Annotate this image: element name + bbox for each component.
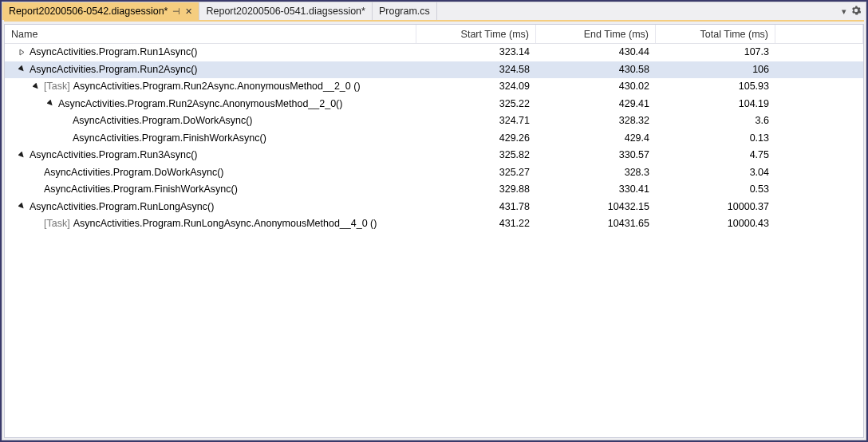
cell-end: 429.41 xyxy=(536,96,656,112)
cell-name: AsyncActivities.Program.FinishWorkAsync(… xyxy=(5,130,416,147)
cell-end: 330.41 xyxy=(536,181,656,198)
cell-start: 324.71 xyxy=(416,112,536,129)
cell-start: 325.27 xyxy=(416,164,536,181)
cell-name: [Task]AsyncActivities.Program.Run2Async.… xyxy=(5,78,416,95)
cell-end: 430.58 xyxy=(536,61,656,78)
cell-total: 105.93 xyxy=(656,78,775,95)
gear-icon[interactable] xyxy=(851,6,861,17)
grid-body: AsyncActivities.Program.Run1Async()323.1… xyxy=(5,44,863,437)
column-header-end[interactable]: End Time (ms) xyxy=(536,25,656,43)
cell-spacer xyxy=(775,215,863,232)
table-row[interactable]: AsyncActivities.Program.FinishWorkAsync(… xyxy=(5,130,863,148)
table-row[interactable]: AsyncActivities.Program.DoWorkAsync()325… xyxy=(5,164,863,182)
grid-header: Name Start Time (ms) End Time (ms) Total… xyxy=(5,25,863,44)
cell-name: AsyncActivities.Program.Run2Async() xyxy=(5,61,416,78)
cell-end: 430.44 xyxy=(536,44,656,61)
cell-spacer xyxy=(775,147,863,164)
expand-icon[interactable] xyxy=(18,48,26,57)
cell-start: 429.26 xyxy=(416,130,536,147)
row-name-text: AsyncActivities.Program.RunLongAsync.Ano… xyxy=(73,218,377,229)
cell-total: 0.13 xyxy=(656,130,775,147)
active-tab-underline xyxy=(4,20,864,22)
cell-name: AsyncActivities.Program.DoWorkAsync() xyxy=(5,112,416,129)
cell-total: 4.75 xyxy=(656,147,775,164)
table-row[interactable]: AsyncActivities.Program.DoWorkAsync()324… xyxy=(5,112,863,130)
cell-total: 3.04 xyxy=(656,164,775,181)
cell-name: AsyncActivities.Program.Run3Async() xyxy=(5,147,416,164)
collapse-icon[interactable] xyxy=(18,151,26,160)
tab-strip-actions: ▾ xyxy=(837,2,866,20)
row-name-text: AsyncActivities.Program.Run2Async.Anonym… xyxy=(58,98,342,109)
table-row[interactable]: AsyncActivities.Program.FinishWorkAsync(… xyxy=(5,181,863,199)
document-tab-strip: Report20200506-0542.diagsession*⊣✕Report… xyxy=(2,2,866,20)
cell-start: 431.22 xyxy=(416,215,536,232)
expander-placeholder xyxy=(32,185,41,194)
row-name-text: AsyncActivities.Program.FinishWorkAsync(… xyxy=(73,132,266,144)
row-name-text: AsyncActivities.Program.Run3Async() xyxy=(30,149,197,160)
cell-end: 328.3 xyxy=(536,164,656,181)
document-tab[interactable]: Report20200506-0542.diagsession*⊣✕ xyxy=(2,2,199,20)
cell-end: 328.32 xyxy=(536,112,656,129)
expander-placeholder xyxy=(32,168,41,176)
cell-total: 104.19 xyxy=(656,96,775,112)
task-badge: [Task] xyxy=(44,218,70,229)
task-badge: [Task] xyxy=(44,81,70,92)
tab-scroll-dropdown-icon[interactable]: ▾ xyxy=(842,6,846,17)
row-name-text: AsyncActivities.Program.Run2Async.Anonym… xyxy=(73,81,361,92)
row-name-text: AsyncActivities.Program.FinishWorkAsync(… xyxy=(44,184,238,195)
row-name-text: AsyncActivities.Program.DoWorkAsync() xyxy=(44,167,224,178)
table-row[interactable]: [Task]AsyncActivities.Program.RunLongAsy… xyxy=(5,215,863,233)
table-row[interactable]: AsyncActivities.Program.RunLongAsync()43… xyxy=(5,199,863,216)
cell-spacer xyxy=(775,164,863,181)
results-grid: Name Start Time (ms) End Time (ms) Total… xyxy=(4,24,864,438)
table-row[interactable]: AsyncActivities.Program.Run2Async.Anonym… xyxy=(5,96,863,113)
cell-total: 107.3 xyxy=(656,44,775,61)
cell-spacer xyxy=(775,44,863,61)
cell-name: AsyncActivities.Program.RunLongAsync() xyxy=(5,199,416,215)
cell-name: AsyncActivities.Program.FinishWorkAsync(… xyxy=(5,181,416,198)
document-tab[interactable]: Program.cs xyxy=(373,2,437,20)
column-header-total[interactable]: Total Time (ms) xyxy=(656,25,775,43)
table-row[interactable]: [Task]AsyncActivities.Program.Run2Async.… xyxy=(5,78,863,96)
cell-end: 10431.65 xyxy=(536,215,656,232)
cell-start: 324.09 xyxy=(416,78,536,95)
profiler-window: Report20200506-0542.diagsession*⊣✕Report… xyxy=(2,2,866,440)
tab-label: Program.cs xyxy=(379,6,430,17)
collapse-icon[interactable] xyxy=(32,82,41,91)
cell-total: 3.6 xyxy=(656,112,775,129)
close-icon[interactable]: ✕ xyxy=(185,6,192,17)
column-header-name[interactable]: Name xyxy=(5,25,416,43)
row-name-text: AsyncActivities.Program.RunLongAsync() xyxy=(30,201,214,212)
column-header-spacer xyxy=(775,25,863,43)
cell-name: AsyncActivities.Program.Run1Async() xyxy=(5,44,416,61)
cell-end: 430.02 xyxy=(536,78,656,95)
cell-spacer xyxy=(775,61,863,78)
tab-label: Report20200506-0541.diagsession* xyxy=(206,6,365,17)
cell-spacer xyxy=(775,181,863,198)
collapse-icon[interactable] xyxy=(46,99,55,108)
row-name-text: AsyncActivities.Program.DoWorkAsync() xyxy=(73,115,253,126)
cell-spacer xyxy=(775,130,863,147)
cell-name: AsyncActivities.Program.DoWorkAsync() xyxy=(5,164,416,181)
expander-placeholder xyxy=(61,116,69,125)
table-row[interactable]: AsyncActivities.Program.Run1Async()323.1… xyxy=(5,44,863,61)
cell-name: AsyncActivities.Program.Run2Async.Anonym… xyxy=(5,96,416,112)
cell-spacer xyxy=(775,96,863,112)
cell-start: 329.88 xyxy=(416,181,536,198)
column-header-start[interactable]: Start Time (ms) xyxy=(416,25,536,43)
cell-total: 10000.37 xyxy=(656,199,775,215)
table-row[interactable]: AsyncActivities.Program.Run2Async()324.5… xyxy=(5,61,863,79)
cell-start: 431.78 xyxy=(416,199,536,215)
cell-start: 325.22 xyxy=(416,96,536,112)
row-name-text: AsyncActivities.Program.Run1Async() xyxy=(30,46,197,57)
cell-start: 325.82 xyxy=(416,147,536,164)
cell-end: 330.57 xyxy=(536,147,656,164)
cell-end: 429.4 xyxy=(536,130,656,147)
pin-icon[interactable]: ⊣ xyxy=(172,6,180,17)
cell-start: 324.58 xyxy=(416,61,536,78)
cell-total: 106 xyxy=(656,61,775,78)
table-row[interactable]: AsyncActivities.Program.Run3Async()325.8… xyxy=(5,147,863,164)
document-tab[interactable]: Report20200506-0541.diagsession* xyxy=(199,2,372,20)
collapse-icon[interactable] xyxy=(18,202,26,211)
collapse-icon[interactable] xyxy=(18,65,26,73)
